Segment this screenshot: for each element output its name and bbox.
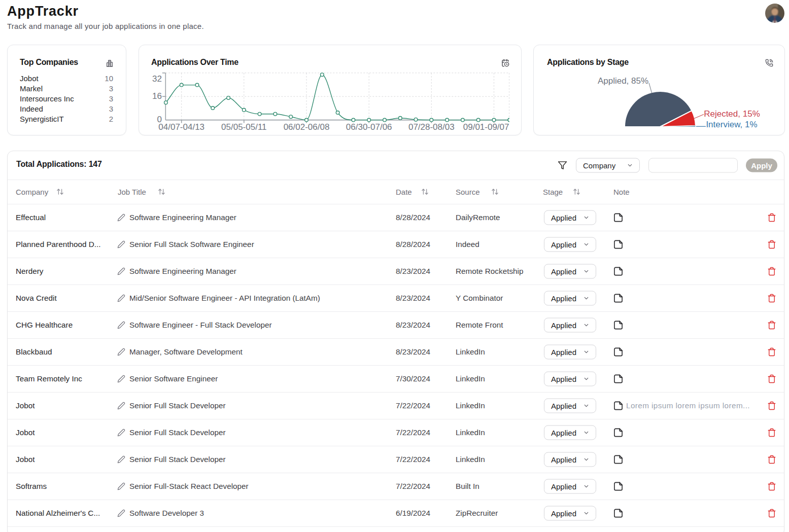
svg-text:Rejected, 15%: Rejected, 15% [704,109,760,119]
svg-text:0: 0 [157,114,162,124]
svg-text:16: 16 [152,91,162,100]
svg-text:Applied, 85%: Applied, 85% [598,76,648,85]
svg-text:09/01-09/07: 09/01-09/07 [463,122,509,132]
svg-text:07/28-08/03: 07/28-08/03 [408,122,455,132]
svg-text:05/05-05/11: 05/05-05/11 [221,122,266,132]
svg-text:Interview, 1%: Interview, 1% [706,119,757,129]
svg-text:32: 32 [152,74,162,83]
svg-text:06/02-06/08: 06/02-06/08 [284,122,330,132]
svg-text:04/07-04/13: 04/07-04/13 [158,122,204,132]
svg-text:06/30-07/06: 06/30-07/06 [346,122,392,132]
